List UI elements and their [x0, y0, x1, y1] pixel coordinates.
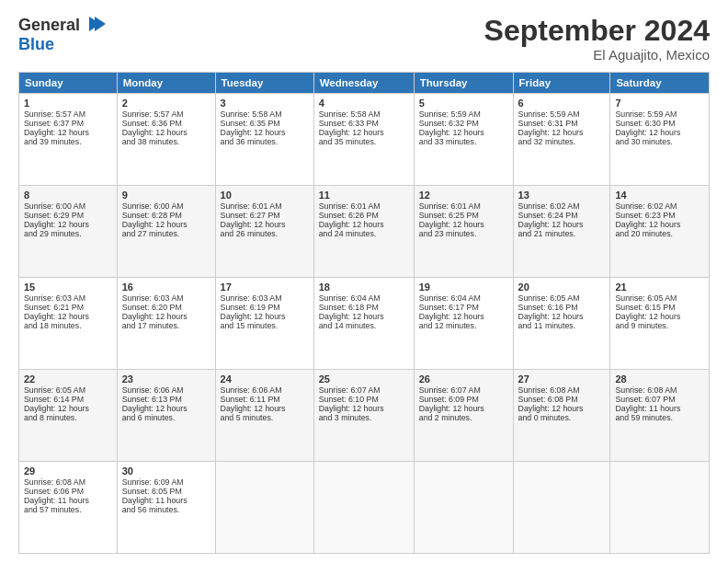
day-number: 4 [319, 98, 409, 109]
day-detail: Sunrise: 6:07 AM [419, 385, 508, 395]
day-detail: Daylight: 12 hours [221, 128, 309, 137]
day-detail: Sunset: 6:20 PM [122, 303, 210, 312]
day-detail: Sunrise: 6:02 AM [518, 201, 606, 211]
day-detail: Daylight: 12 hours [319, 404, 409, 413]
day-detail: Daylight: 12 hours [319, 220, 409, 229]
day-number: 20 [518, 282, 606, 293]
day-detail: Daylight: 12 hours [518, 128, 606, 137]
day-detail: Sunset: 6:33 PM [319, 119, 409, 128]
day-detail: and 12 minutes. [419, 321, 508, 330]
calendar-header-row: Sunday Monday Tuesday Wednesday Thursday… [19, 73, 710, 94]
day-detail: Sunrise: 6:03 AM [221, 293, 309, 303]
table-row: 26Sunrise: 6:07 AMSunset: 6:09 PMDayligh… [414, 370, 513, 462]
day-detail: Daylight: 12 hours [419, 220, 508, 229]
table-row: 10Sunrise: 6:01 AMSunset: 6:27 PMDayligh… [215, 186, 313, 278]
day-detail: Daylight: 12 hours [122, 312, 210, 321]
day-detail: Daylight: 12 hours [24, 404, 112, 413]
logo: General Blue [18, 15, 109, 54]
table-row: 4Sunrise: 5:58 AMSunset: 6:33 PMDaylight… [313, 94, 414, 186]
table-row: 11Sunrise: 6:01 AMSunset: 6:26 PMDayligh… [313, 186, 414, 278]
day-detail: Daylight: 12 hours [122, 404, 210, 413]
day-detail: Daylight: 12 hours [221, 312, 309, 321]
day-detail: Sunrise: 5:59 AM [518, 109, 606, 119]
day-detail: Sunrise: 6:01 AM [221, 201, 309, 211]
page: General Blue September 2024 El Aguajito,… [0, 0, 728, 563]
calendar-week-row: 15Sunrise: 6:03 AMSunset: 6:21 PMDayligh… [19, 278, 710, 370]
table-row: 5Sunrise: 5:59 AMSunset: 6:32 PMDaylight… [414, 94, 513, 186]
day-detail: Daylight: 12 hours [518, 312, 606, 321]
day-detail: Daylight: 12 hours [221, 220, 309, 229]
day-detail: Daylight: 12 hours [419, 404, 508, 413]
day-number: 14 [615, 190, 704, 201]
day-detail: and 35 minutes. [319, 137, 409, 146]
day-detail: Daylight: 11 hours [24, 496, 112, 505]
day-detail: and 3 minutes. [319, 413, 409, 422]
day-detail: Daylight: 12 hours [24, 128, 112, 137]
day-detail: Sunrise: 6:05 AM [518, 293, 606, 303]
day-detail: Sunset: 6:28 PM [122, 211, 210, 220]
day-detail: and 33 minutes. [419, 137, 508, 146]
table-row: 22Sunrise: 6:05 AMSunset: 6:14 PMDayligh… [19, 370, 118, 462]
table-row: 1Sunrise: 5:57 AMSunset: 6:37 PMDaylight… [19, 94, 118, 186]
table-row: 8Sunrise: 6:00 AMSunset: 6:29 PMDaylight… [19, 186, 118, 278]
day-detail: and 6 minutes. [122, 413, 210, 422]
table-row: 2Sunrise: 5:57 AMSunset: 6:36 PMDaylight… [117, 94, 215, 186]
calendar-table: Sunday Monday Tuesday Wednesday Thursday… [18, 72, 710, 554]
table-row: 24Sunrise: 6:06 AMSunset: 6:11 PMDayligh… [215, 370, 313, 462]
logo-blue-text: Blue [18, 35, 54, 53]
calendar-week-row: 22Sunrise: 6:05 AMSunset: 6:14 PMDayligh… [19, 370, 710, 462]
day-detail: Sunrise: 6:09 AM [122, 477, 210, 487]
day-detail: Sunset: 6:19 PM [221, 303, 309, 312]
day-detail: and 56 minutes. [122, 505, 210, 514]
table-row [414, 462, 513, 554]
day-number: 19 [419, 282, 508, 293]
month-title: September 2024 [484, 15, 710, 47]
day-detail: Sunset: 6:21 PM [24, 303, 112, 312]
day-number: 5 [419, 98, 508, 109]
day-detail: Sunset: 6:05 PM [122, 487, 210, 496]
day-detail: Sunset: 6:36 PM [122, 119, 210, 128]
day-detail: Daylight: 12 hours [518, 404, 606, 413]
table-row: 25Sunrise: 6:07 AMSunset: 6:10 PMDayligh… [313, 370, 414, 462]
day-detail: and 30 minutes. [615, 137, 704, 146]
header: General Blue September 2024 El Aguajito,… [18, 15, 710, 63]
day-detail: and 39 minutes. [24, 137, 112, 146]
day-detail: Sunset: 6:16 PM [518, 303, 606, 312]
day-detail: and 23 minutes. [419, 229, 508, 238]
day-detail: Daylight: 12 hours [122, 220, 210, 229]
day-detail: and 2 minutes. [419, 413, 508, 422]
table-row: 19Sunrise: 6:04 AMSunset: 6:17 PMDayligh… [414, 278, 513, 370]
day-number: 24 [221, 373, 309, 385]
day-detail: and 29 minutes. [24, 229, 112, 238]
day-detail: Sunset: 6:30 PM [615, 119, 704, 128]
day-detail: Sunset: 6:10 PM [319, 395, 409, 404]
day-detail: and 38 minutes. [122, 137, 210, 146]
calendar-week-row: 1Sunrise: 5:57 AMSunset: 6:37 PMDaylight… [19, 94, 710, 186]
day-number: 13 [518, 190, 606, 201]
day-detail: Sunrise: 6:03 AM [122, 293, 210, 303]
day-detail: and 11 minutes. [518, 321, 606, 330]
day-detail: Sunset: 6:24 PM [518, 211, 606, 220]
table-row: 20Sunrise: 6:05 AMSunset: 6:16 PMDayligh… [513, 278, 610, 370]
day-detail: Sunrise: 6:05 AM [615, 293, 704, 303]
day-detail: Sunrise: 5:58 AM [221, 109, 309, 119]
day-detail: Daylight: 12 hours [24, 312, 112, 321]
table-row: 7Sunrise: 5:59 AMSunset: 6:30 PMDaylight… [610, 94, 710, 186]
day-number: 25 [319, 373, 409, 385]
col-thursday: Thursday [414, 73, 513, 94]
day-detail: and 0 minutes. [518, 413, 606, 422]
day-detail: Sunrise: 6:01 AM [319, 201, 409, 211]
day-number: 26 [419, 373, 508, 385]
table-row: 29Sunrise: 6:08 AMSunset: 6:06 PMDayligh… [19, 462, 118, 554]
day-number: 15 [24, 282, 112, 293]
day-detail: Daylight: 12 hours [319, 128, 409, 137]
table-row: 27Sunrise: 6:08 AMSunset: 6:08 PMDayligh… [513, 370, 610, 462]
day-number: 17 [221, 282, 309, 293]
day-detail: Sunrise: 6:08 AM [518, 385, 606, 395]
day-detail: and 18 minutes. [24, 321, 112, 330]
day-number: 1 [24, 98, 112, 109]
table-row: 23Sunrise: 6:06 AMSunset: 6:13 PMDayligh… [117, 370, 215, 462]
table-row: 16Sunrise: 6:03 AMSunset: 6:20 PMDayligh… [117, 278, 215, 370]
day-detail: Sunrise: 6:04 AM [419, 293, 508, 303]
day-detail: and 8 minutes. [24, 413, 112, 422]
